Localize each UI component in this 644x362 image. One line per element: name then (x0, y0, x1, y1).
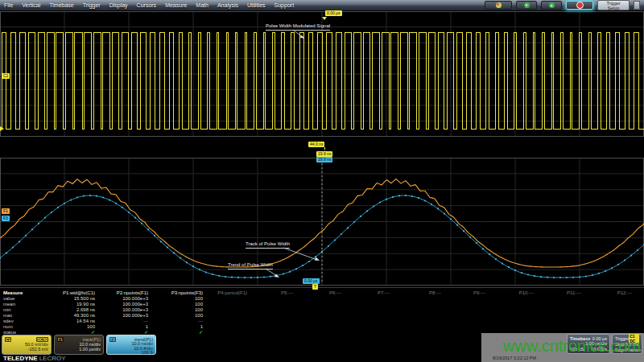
c1-offset: -152.5 mV (5, 347, 48, 352)
menu-item-display[interactable]: Display (109, 2, 128, 8)
trigger-setup-label-2: Setup (598, 6, 629, 10)
bottom-trend-badge[interactable]: 0.00 µs (303, 278, 320, 284)
f3-trend-point (263, 276, 265, 278)
measure-col-header-9[interactable]: P9:--- (473, 290, 485, 296)
pwm-annotation: Pulse Width Modulated Signal (266, 23, 330, 31)
measure-col-header-6[interactable]: P6:--- (329, 290, 341, 296)
c1-zero-marker[interactable] (0, 126, 4, 131)
menu-item-vertical[interactable]: Vertical (22, 2, 40, 8)
f1-level-badge[interactable]: F1 (2, 208, 10, 214)
measure-value-p3-min: 100 (195, 307, 203, 313)
f3-trend-point (489, 253, 490, 255)
f3-trend-point (89, 195, 91, 196)
toolbar: ▾ ▴ Trigger Setup (485, 0, 640, 10)
f3-trend-point (624, 260, 625, 261)
f3-descriptor-box[interactable]: F3 trend(P1) 10.0 ns/div 10.0 #/div 100 … (106, 335, 156, 355)
f3-trend-point (70, 200, 72, 201)
measure-col-header-4[interactable]: P4:period(F1) (217, 290, 247, 296)
f3-trend-point (289, 271, 291, 273)
menu-item-analysis[interactable]: Analysis (217, 2, 238, 8)
f3-trend-point (186, 261, 188, 263)
measure-col-header-10[interactable]: P10:--- (519, 290, 534, 296)
stop-button[interactable] (566, 1, 593, 10)
f3-trend-point (257, 277, 258, 278)
label-button[interactable] (485, 1, 512, 10)
c1-level-badge[interactable]: C1 (2, 73, 10, 79)
f3-trend-point (437, 208, 439, 209)
menu-item-utilities[interactable]: Utilities (247, 2, 266, 8)
f3-trend-point (128, 212, 130, 213)
measure-col-header-8[interactable]: P8:--- (429, 290, 441, 296)
trend-cursor-badge[interactable]: 19.9 ns (316, 157, 332, 162)
measure-row-label-num: num (3, 324, 13, 330)
measure-col-header-7[interactable]: P7:--- (378, 290, 390, 296)
f3-trend-point (83, 195, 85, 197)
f3-trend-point (373, 206, 374, 208)
f3-trend-point (617, 264, 619, 265)
f3-trend-point (424, 200, 426, 201)
measure-col-header-12[interactable]: P12:--- (617, 290, 632, 296)
measure-value-p2-value: 100.000e+3 (122, 296, 148, 302)
bottom-trigger-badge[interactable]: T (312, 284, 318, 290)
c1-descriptor-box[interactable]: C1 DC50 50.0 mV/div -152.5 mV (2, 335, 52, 355)
f3-trend-point (527, 274, 529, 275)
f3-trend-point (225, 276, 226, 278)
oscilloscope-screen: FileVerticalTimebaseTriggerDisplayCursor… (0, 0, 644, 362)
f3-trend-point (547, 277, 548, 278)
f3-trend-point (96, 195, 97, 197)
f3-trend-point (534, 275, 535, 277)
f3-trend-point (57, 207, 59, 208)
measure-value-p2-mean: 100.000e+3 (122, 302, 148, 307)
f3-trend-point (167, 247, 168, 249)
f3-trend-point (611, 267, 613, 269)
f1-function: track(P1) (83, 337, 101, 342)
f1-descriptor-box[interactable]: F1 track(P1) 10.0 ns/div 1.00 µs/div (54, 335, 104, 355)
save-waveform-icon: ▾ (524, 2, 530, 8)
measure-col-header-3[interactable]: P3:npoints(F3) (171, 290, 203, 296)
measure-value-p3-num: 1 (200, 324, 203, 330)
f3-trend-point (218, 275, 220, 277)
measure-table-title: Measure (3, 290, 23, 296)
measure-col-header-2[interactable]: P2:npoints(F1) (117, 290, 148, 296)
f3-trend-point (353, 221, 355, 223)
menu-item-math[interactable]: Math (196, 2, 208, 8)
f3-trend-point (160, 241, 162, 242)
menubar-corner[interactable] (634, 1, 640, 10)
f3-trend-point (44, 217, 46, 219)
f3-trend-point (64, 203, 65, 204)
menu-item-cursors[interactable]: Cursors (137, 2, 157, 8)
measure-col-header-1[interactable]: P1:wid@lv(C1) (63, 290, 95, 296)
menu-item-support[interactable]: Support (275, 2, 295, 8)
gate-badge[interactable]: 44.0 ns (308, 142, 324, 147)
brand-primary: TELEDYNE (3, 355, 38, 362)
trigger-time-badge[interactable]: 0.00 µs (325, 10, 342, 16)
menu-item-measure[interactable]: Measure (165, 2, 187, 8)
f3-trend-point (302, 265, 303, 266)
track-cursor-badge[interactable]: 19.9 ns (316, 151, 332, 157)
measure-value-p2-max: 100.000e+3 (122, 313, 148, 319)
trigger-position-marker[interactable] (322, 17, 327, 20)
f1-hscale: 1.00 µs/div (57, 347, 101, 352)
f3-trend-point (411, 195, 413, 197)
trigger-setup-button[interactable]: Trigger Setup (597, 0, 630, 10)
f1-chip: F1 (57, 337, 64, 342)
menu-item-file[interactable]: File (4, 2, 13, 8)
f3-trend-point (508, 266, 510, 268)
f3-trend-point (463, 230, 464, 232)
menu-item-trigger[interactable]: Trigger (83, 2, 101, 8)
c1-coupling: DC50 (36, 337, 48, 342)
measure-col-header-11[interactable]: P11:--- (567, 290, 581, 296)
save-waveform-button[interactable]: ▾ (516, 1, 537, 10)
menu-item-timebase[interactable]: Timebase (49, 2, 73, 8)
measure-value-p2-min: 100.000e+3 (122, 307, 148, 313)
f3-level-badge[interactable]: F3 (2, 216, 10, 221)
recall-waveform-button[interactable]: ▴ (541, 1, 562, 10)
measure-value-p1-sdev: 14.54 ns (76, 319, 95, 324)
measure-col-header-5[interactable]: P5:--- (281, 290, 293, 296)
f3-chip: F3 (109, 337, 116, 342)
f3-trend-point (559, 277, 561, 278)
f3-trend-point (450, 218, 452, 220)
f3-trend-point (386, 199, 387, 200)
measure-value-p2-sdev: --- (143, 319, 148, 324)
f3-trend-point (19, 241, 20, 242)
